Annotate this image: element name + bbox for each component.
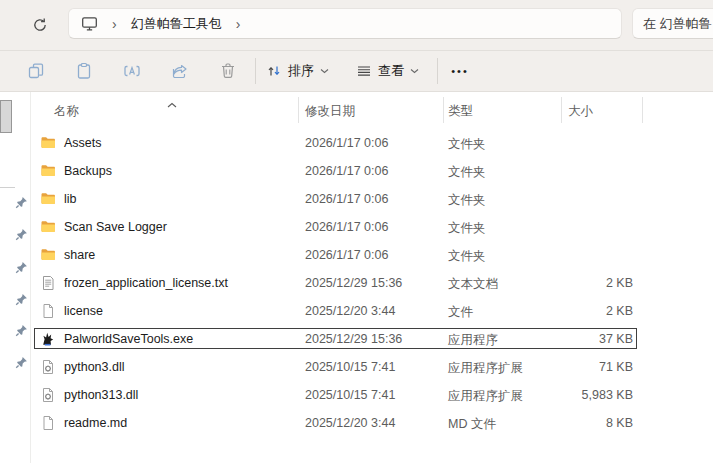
blank-file-icon [40, 303, 56, 319]
search-box[interactable]: 在 幻兽帕鲁 [632, 8, 713, 39]
sort-arrows-icon [266, 63, 282, 79]
file-row[interactable]: Backups2026/1/17 0:06文件夹 [31, 157, 713, 185]
navigation-rail [0, 92, 31, 463]
address-bar[interactable]: › 幻兽帕鲁工具包 › [68, 8, 622, 39]
nav-scrollbar-thumb[interactable] [0, 100, 12, 133]
file-size: 71 KB [511, 360, 633, 374]
refresh-icon[interactable] [29, 14, 51, 36]
file-row[interactable]: python3.dll2025/10/15 7:41应用程序扩展71 KB [31, 353, 713, 381]
sort-label: 排序 [288, 62, 314, 80]
file-size: 2 KB [511, 304, 633, 318]
ellipsis-icon: ••• [451, 65, 469, 77]
paste-button[interactable] [70, 57, 98, 85]
column-divider[interactable] [443, 97, 444, 123]
dll-icon [40, 359, 56, 375]
file-name: python3.dll [64, 360, 124, 374]
chevron-down-icon [410, 68, 419, 74]
file-row[interactable]: readme.md2025/12/20 3:44MD 文件8 KB [31, 409, 713, 437]
command-toolbar: 排序 查看 ••• [0, 51, 713, 92]
file-explorer-window: › 幻兽帕鲁工具包 › 在 幻兽帕鲁 排序 [0, 0, 713, 463]
file-date-modified: 2026/1/17 0:06 [305, 164, 388, 178]
sort-ascending-caret-icon [167, 94, 177, 112]
file-type: 文件夹 [448, 220, 486, 237]
folder-icon [40, 219, 56, 235]
column-header-date[interactable]: 修改日期 [305, 103, 355, 120]
file-row[interactable]: Assets2026/1/17 0:06文件夹 [31, 129, 713, 157]
file-type: 文件夹 [448, 248, 486, 265]
file-type: MD 文件 [448, 416, 496, 433]
file-row[interactable]: Scan Save Logger2026/1/17 0:06文件夹 [31, 213, 713, 241]
file-type: 应用程序 [448, 332, 498, 349]
pin-icon[interactable] [15, 323, 28, 336]
file-date-modified: 2026/1/17 0:06 [305, 192, 388, 206]
file-size: 8 KB [511, 416, 633, 430]
exe-palworld-icon [40, 331, 56, 347]
file-row[interactable]: lib2026/1/17 0:06文件夹 [31, 185, 713, 213]
file-name: readme.md [64, 416, 127, 430]
pin-icon[interactable] [15, 260, 28, 273]
file-date-modified: 2025/12/20 3:44 [305, 416, 395, 430]
column-divider[interactable] [298, 97, 299, 123]
file-row[interactable]: PalworldSaveTools.exe2025/12/29 15:36应用程… [31, 325, 713, 353]
file-type: 文件夹 [448, 136, 486, 153]
file-name: Assets [64, 136, 102, 150]
file-name: license [64, 304, 103, 318]
more-options-button[interactable]: ••• [446, 57, 474, 85]
file-type: 文本文档 [448, 276, 498, 293]
chevron-right-icon: › [98, 17, 131, 31]
file-row[interactable]: license2025/12/20 3:44文件2 KB [31, 297, 713, 325]
folder-icon [40, 247, 56, 263]
copy-button[interactable] [22, 57, 50, 85]
file-date-modified: 2025/12/20 3:44 [305, 304, 395, 318]
this-pc-icon[interactable] [81, 15, 98, 32]
pin-icon[interactable] [15, 292, 28, 305]
file-name: share [64, 248, 95, 262]
column-header-name[interactable]: 名称 [54, 103, 79, 120]
file-type: 文件夹 [448, 164, 486, 181]
chevron-down-icon [320, 68, 329, 74]
delete-button[interactable] [214, 57, 242, 85]
dll-icon [40, 387, 56, 403]
nav-divider [0, 187, 15, 188]
view-button[interactable]: 查看 [356, 57, 419, 85]
address-toolbar: › 幻兽帕鲁工具包 › 在 幻兽帕鲁 [0, 0, 713, 51]
chevron-right-icon[interactable]: › [222, 17, 255, 31]
toolbar-divider [437, 58, 438, 84]
rename-button[interactable] [118, 57, 146, 85]
file-date-modified: 2025/12/29 15:36 [305, 332, 402, 346]
file-name: lib [64, 192, 77, 206]
file-size: 5,983 KB [511, 388, 633, 402]
file-name: frozen_application_license.txt [64, 276, 228, 290]
column-divider[interactable] [642, 97, 643, 123]
search-placeholder: 在 幻兽帕鲁 [643, 15, 712, 33]
file-list: 名称 修改日期 类型 大小 Assets2026/1/17 0:06文件夹Bac… [31, 92, 713, 463]
pin-icon[interactable] [15, 227, 28, 240]
file-date-modified: 2026/1/17 0:06 [305, 136, 388, 150]
file-name: python313.dll [64, 388, 138, 402]
pin-icon[interactable] [15, 195, 28, 208]
column-divider[interactable] [561, 97, 562, 123]
file-name: Scan Save Logger [64, 220, 167, 234]
breadcrumb-current[interactable]: 幻兽帕鲁工具包 [131, 15, 222, 33]
sort-button[interactable]: 排序 [266, 57, 329, 85]
file-list-area: 名称 修改日期 类型 大小 Assets2026/1/17 0:06文件夹Bac… [0, 92, 713, 463]
file-name: PalworldSaveTools.exe [64, 332, 193, 346]
file-date-modified: 2026/1/17 0:06 [305, 248, 388, 262]
file-size: 2 KB [511, 276, 633, 290]
file-date-modified: 2025/10/15 7:41 [305, 388, 395, 402]
folder-icon [40, 135, 56, 151]
pin-icon[interactable] [15, 355, 28, 368]
file-row[interactable]: frozen_application_license.txt2025/12/29… [31, 269, 713, 297]
column-header-size[interactable]: 大小 [568, 103, 593, 120]
share-button[interactable] [166, 57, 194, 85]
column-header-type[interactable]: 类型 [448, 103, 473, 120]
blank-file-icon [40, 415, 56, 431]
file-row[interactable]: share2026/1/17 0:06文件夹 [31, 241, 713, 269]
file-name: Backups [64, 164, 112, 178]
folder-icon [40, 163, 56, 179]
file-type: 文件 [448, 304, 473, 321]
folder-icon [40, 191, 56, 207]
file-row[interactable]: python313.dll2025/10/15 7:41应用程序扩展5,983 … [31, 381, 713, 409]
file-date-modified: 2025/12/29 15:36 [305, 276, 402, 290]
file-type: 文件夹 [448, 192, 486, 209]
